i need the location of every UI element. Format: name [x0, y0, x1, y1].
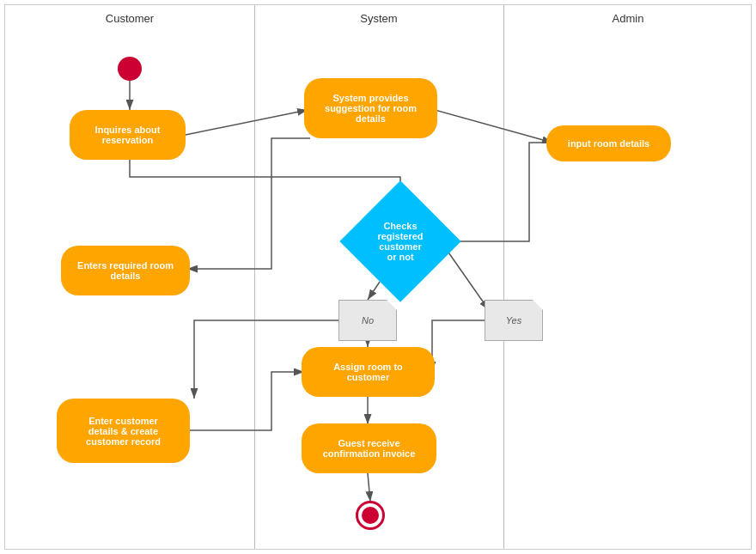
end-node	[356, 501, 385, 530]
svg-line-4	[368, 282, 380, 300]
yes-note: Yes	[485, 300, 543, 341]
enters-room-node: Enters required roomdetails	[61, 246, 190, 295]
start-node	[118, 57, 142, 81]
system-provides-node: System providessuggestion for roomdetail…	[304, 78, 437, 138]
input-room-node: input room details	[546, 125, 671, 161]
no-note: No	[338, 300, 397, 341]
lane-divider-2	[503, 5, 504, 549]
svg-line-2	[181, 110, 308, 136]
enter-customer-node: Enter customerdetails & createcustomer r…	[57, 399, 190, 463]
lane-customer: Customer	[5, 12, 254, 25]
lane-admin: Admin	[503, 12, 753, 25]
confirmation-node: Guest receiveconfirmation invoice	[302, 423, 436, 473]
lane-divider-1	[254, 5, 255, 549]
diagram-container: Customer System Admin	[4, 4, 752, 550]
lane-system: System	[254, 12, 503, 25]
svg-line-3	[435, 110, 552, 143]
assign-room-node: Assign room tocustomer	[302, 347, 435, 397]
inquires-node: Inquires aboutreservation	[70, 110, 186, 160]
svg-line-7	[368, 473, 370, 502]
checks-diamond: Checksregisteredcustomeror not	[339, 180, 460, 301]
